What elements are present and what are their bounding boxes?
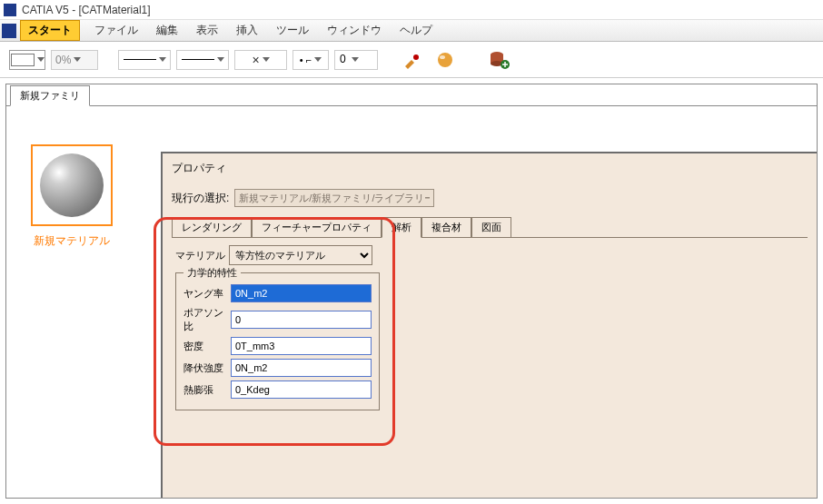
material-thumbnail-block: 新規マテリアル bbox=[23, 144, 121, 249]
title-bar: CATIA V5 - [CATMaterial1] bbox=[0, 0, 823, 20]
current-selection-field[interactable] bbox=[234, 189, 434, 207]
app-small-icon bbox=[2, 24, 16, 38]
menu-start[interactable]: スタート bbox=[20, 20, 80, 41]
family-tabbar: 新規ファミリ bbox=[6, 84, 817, 106]
input-thermal[interactable] bbox=[231, 380, 372, 399]
tab-feature[interactable]: フィーチャープロパティ bbox=[252, 217, 382, 238]
layer-dropdown[interactable]: 0 bbox=[334, 50, 378, 70]
tab-rendering[interactable]: レンダリング bbox=[172, 217, 252, 238]
point-symbol[interactable]: • ⌐ bbox=[293, 50, 329, 70]
toolbar: 0% × • ⌐ 0 bbox=[0, 42, 823, 78]
window-title: CATIA V5 - [CATMaterial1] bbox=[22, 4, 151, 16]
svg-point-1 bbox=[438, 53, 452, 67]
material-label: 新規マテリアル bbox=[23, 233, 121, 249]
opacity-dropdown[interactable]: 0% bbox=[51, 50, 98, 70]
label-thermal: 熱膨張 bbox=[183, 383, 231, 397]
material-sphere-icon bbox=[40, 153, 104, 217]
properties-panel: プロパティ 現行の選択: レンダリング フィーチャープロパティ 解析 複合材 図… bbox=[161, 152, 817, 498]
opacity-value: 0% bbox=[55, 54, 71, 66]
line-style-1[interactable] bbox=[118, 50, 171, 70]
current-selection-label: 現行の選択: bbox=[172, 191, 229, 206]
app-icon bbox=[4, 4, 16, 16]
row-thermal: 熱膨張 bbox=[183, 380, 372, 399]
x-symbol: × bbox=[252, 53, 259, 67]
input-young[interactable] bbox=[231, 284, 372, 302]
workspace: 新規マテリアル プロパティ 現行の選択: レンダリング フィーチャープロパティ … bbox=[6, 106, 817, 498]
line-style-2[interactable] bbox=[176, 50, 229, 70]
properties-tabs: レンダリング フィーチャープロパティ 解析 複合材 図面 bbox=[172, 216, 808, 237]
material-type-select[interactable]: 等方性のマテリアル bbox=[229, 245, 372, 265]
point-symbol-label: • ⌐ bbox=[300, 54, 312, 65]
menu-help[interactable]: ヘルプ bbox=[391, 21, 441, 40]
tab-label: 新規ファミリ bbox=[20, 90, 80, 101]
menu-window[interactable]: ウィンドウ bbox=[318, 21, 391, 40]
sphere-icon[interactable] bbox=[432, 47, 458, 73]
current-selection-row: 現行の選択: bbox=[172, 189, 808, 207]
menu-insert[interactable]: 挿入 bbox=[227, 21, 267, 40]
label-density: 密度 bbox=[183, 340, 231, 353]
document-frame: 新規ファミリ 新規マテリアル プロパティ 現行の選択: レンダリング bbox=[5, 84, 818, 499]
structural-props-group: 力学的特性 ヤング率 ポアソン比 密度 bbox=[175, 272, 380, 410]
row-poisson: ポアソン比 bbox=[183, 306, 372, 333]
properties-title: プロパティ bbox=[172, 161, 808, 176]
structural-props-legend: 力学的特性 bbox=[183, 266, 241, 280]
input-poisson[interactable] bbox=[231, 311, 372, 329]
color-picker[interactable] bbox=[9, 50, 45, 70]
menu-file[interactable]: ファイル bbox=[85, 21, 147, 40]
tab-analysis-content: マテリアル 等方性のマテリアル 力学的特性 ヤング率 ポアソン比 bbox=[172, 237, 808, 414]
content-area: 新規ファミリ 新規マテリアル プロパティ 現行の選択: レンダリング bbox=[0, 78, 823, 504]
tab-new-family[interactable]: 新規ファミリ bbox=[10, 85, 90, 106]
input-density[interactable] bbox=[231, 337, 372, 355]
menu-view[interactable]: 表示 bbox=[187, 21, 227, 40]
svg-point-2 bbox=[440, 55, 445, 59]
menu-bar: スタート ファイル 編集 表示 挿入 ツール ウィンドウ ヘルプ bbox=[0, 20, 823, 42]
tab-analysis[interactable]: 解析 bbox=[382, 217, 421, 238]
label-young: ヤング率 bbox=[183, 287, 231, 301]
menu-edit[interactable]: 編集 bbox=[147, 21, 187, 40]
tab-drawing[interactable]: 図面 bbox=[471, 217, 511, 238]
input-yield[interactable] bbox=[231, 359, 372, 377]
point-style-x[interactable]: × bbox=[234, 50, 287, 70]
row-density: 密度 bbox=[183, 337, 372, 355]
svg-point-0 bbox=[413, 54, 419, 60]
layer-value: 0 bbox=[340, 53, 346, 65]
brush-icon[interactable] bbox=[400, 47, 425, 73]
material-type-row: マテリアル 等方性のマテリアル bbox=[175, 245, 804, 265]
label-poisson: ポアソン比 bbox=[183, 306, 231, 333]
material-type-label: マテリアル bbox=[175, 249, 225, 262]
catalog-icon[interactable] bbox=[487, 47, 512, 73]
label-yield: 降伏強度 bbox=[183, 361, 231, 375]
row-yield: 降伏強度 bbox=[183, 359, 372, 377]
menu-tools[interactable]: ツール bbox=[267, 21, 318, 40]
material-thumbnail[interactable] bbox=[31, 144, 113, 226]
tab-composite[interactable]: 複合材 bbox=[421, 217, 471, 238]
color-swatch bbox=[11, 54, 35, 66]
row-young: ヤング率 bbox=[183, 284, 372, 302]
